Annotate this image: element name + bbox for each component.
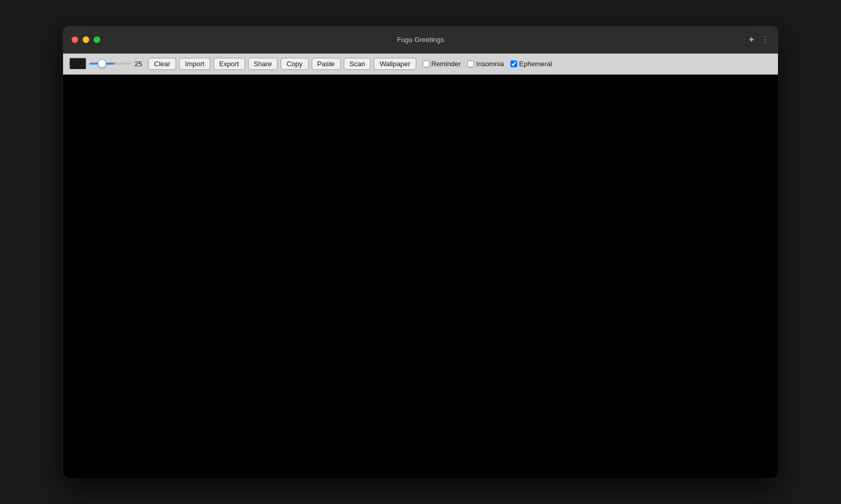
canvas-area[interactable] bbox=[63, 75, 778, 478]
color-swatch[interactable] bbox=[69, 58, 86, 69]
minimize-button[interactable] bbox=[83, 36, 89, 43]
reminder-label[interactable]: Reminder bbox=[423, 60, 461, 68]
ephemeral-checkbox[interactable] bbox=[510, 60, 517, 67]
slider-value: 25 bbox=[135, 60, 145, 68]
close-button[interactable] bbox=[71, 36, 78, 43]
copy-button[interactable]: Copy bbox=[281, 58, 308, 70]
scan-button[interactable]: Scan bbox=[344, 58, 371, 70]
import-button[interactable]: Import bbox=[179, 58, 210, 70]
window-title: Fugu Greetings bbox=[397, 36, 444, 44]
insomnia-checkbox[interactable] bbox=[467, 60, 474, 67]
titlebar-actions: ✦ ⋮ bbox=[748, 35, 770, 45]
maximize-button[interactable] bbox=[94, 36, 100, 43]
extensions-icon[interactable]: ✦ bbox=[748, 35, 755, 45]
ephemeral-label-text: Ephemeral bbox=[519, 60, 552, 68]
reminder-label-text: Reminder bbox=[432, 60, 461, 68]
share-button[interactable]: Share bbox=[248, 58, 278, 70]
toolbar: 25 Clear Import Export Share Copy Paste … bbox=[63, 54, 778, 75]
clear-button[interactable]: Clear bbox=[148, 58, 176, 70]
export-button[interactable]: Export bbox=[213, 58, 245, 70]
brush-size-slider[interactable] bbox=[89, 63, 131, 65]
paste-button[interactable]: Paste bbox=[312, 58, 341, 70]
titlebar: Fugu Greetings ✦ ⋮ bbox=[63, 26, 778, 54]
checkbox-group: Reminder Insomnia Ephemeral bbox=[423, 60, 552, 68]
ephemeral-label[interactable]: Ephemeral bbox=[510, 60, 552, 68]
slider-container: 25 bbox=[89, 60, 145, 68]
app-window: Fugu Greetings ✦ ⋮ 25 Clear Import Expor… bbox=[63, 26, 778, 478]
menu-icon[interactable]: ⋮ bbox=[761, 35, 770, 45]
wallpaper-button[interactable]: Wallpaper bbox=[374, 58, 416, 70]
reminder-checkbox[interactable] bbox=[423, 60, 429, 67]
traffic-lights bbox=[71, 36, 100, 43]
insomnia-label[interactable]: Insomnia bbox=[467, 60, 504, 68]
insomnia-label-text: Insomnia bbox=[476, 60, 504, 68]
